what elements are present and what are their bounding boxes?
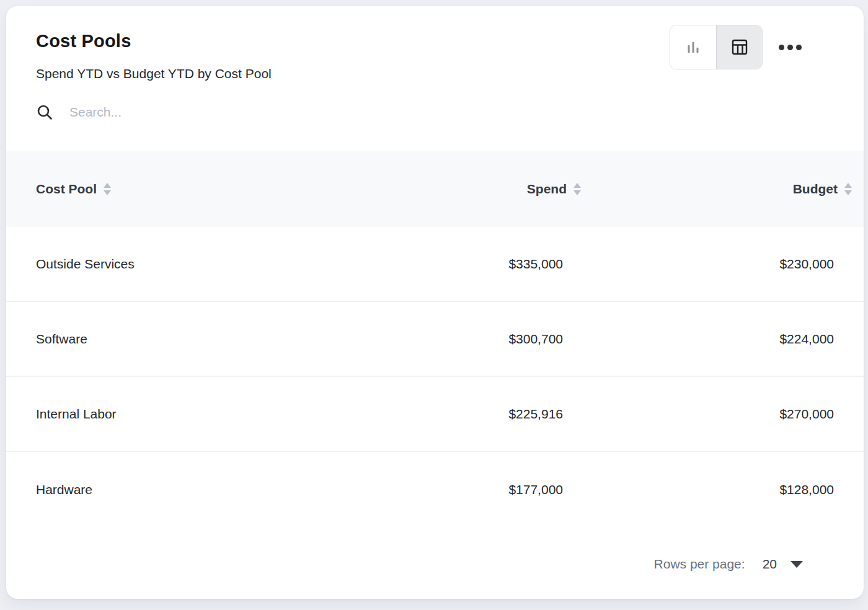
table-header-row: Cost Pool Spend Budget — [6, 151, 864, 227]
cell-cost-pool: Internal Labor — [36, 407, 377, 422]
column-header-label: Budget — [793, 182, 838, 197]
cell-budget: $230,000 — [563, 257, 834, 272]
table-row: Hardware $177,000 $128,000 — [6, 452, 864, 527]
rows-per-page-select[interactable]: 20 — [763, 557, 803, 572]
table-icon — [731, 38, 748, 56]
column-header-budget[interactable]: Budget — [563, 182, 834, 197]
rows-per-page-label: Rows per page: — [654, 557, 745, 572]
cell-budget: $224,000 — [563, 332, 834, 347]
search-input[interactable] — [69, 105, 330, 120]
bar-chart-icon — [685, 39, 701, 55]
more-menu-button[interactable] — [776, 38, 804, 56]
cell-budget: $270,000 — [563, 407, 834, 422]
sort-icon — [844, 182, 852, 196]
cell-cost-pool: Outside Services — [36, 257, 377, 272]
cell-cost-pool: Hardware — [36, 482, 377, 497]
header-controls — [670, 25, 804, 69]
view-toggle-chart-button[interactable] — [670, 25, 716, 69]
search-bar — [36, 104, 834, 121]
view-toggle-table-button[interactable] — [716, 25, 762, 69]
column-header-label: Cost Pool — [36, 182, 97, 197]
rows-per-page-value: 20 — [763, 557, 777, 572]
cell-budget: $128,000 — [563, 482, 834, 497]
cell-spend: $300,700 — [377, 332, 563, 347]
column-header-label: Spend — [527, 182, 567, 197]
table-row: Software $300,700 $224,000 — [6, 302, 864, 377]
cell-spend: $177,000 — [377, 482, 563, 497]
table-row: Outside Services $335,000 $230,000 — [6, 227, 864, 302]
ellipsis-icon — [779, 45, 784, 50]
table-row: Internal Labor $225,916 $270,000 — [6, 377, 864, 452]
caret-down-icon — [790, 561, 803, 568]
search-icon — [36, 104, 53, 121]
column-header-cost-pool[interactable]: Cost Pool — [36, 182, 377, 197]
column-header-spend[interactable]: Spend — [377, 182, 563, 197]
view-toggle — [670, 25, 763, 69]
pagination-bar: Rows per page: 20 — [654, 557, 803, 572]
cell-spend: $225,916 — [377, 407, 563, 422]
table-body: Outside Services $335,000 $230,000 Softw… — [6, 227, 864, 527]
cost-pools-card: Cost Pools Spend YTD vs Budget YTD by Co… — [6, 6, 864, 599]
cell-cost-pool: Software — [36, 332, 377, 347]
sort-icon — [103, 182, 112, 196]
cell-spend: $335,000 — [377, 257, 563, 272]
card-header: Cost Pools Spend YTD vs Budget YTD by Co… — [6, 6, 864, 151]
